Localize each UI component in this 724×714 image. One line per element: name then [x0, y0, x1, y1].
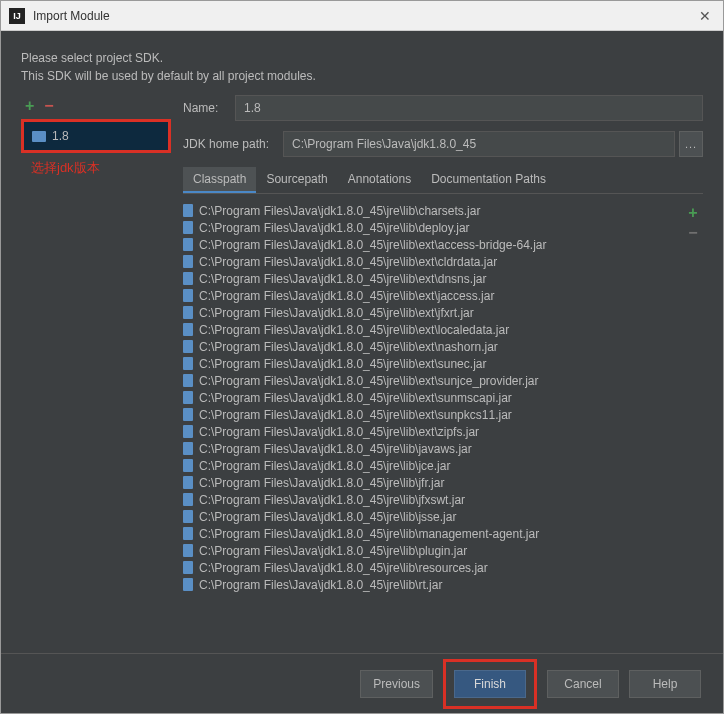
help-button[interactable]: Help: [629, 670, 701, 698]
cancel-button[interactable]: Cancel: [547, 670, 619, 698]
finish-highlight: Finish: [443, 659, 537, 709]
jar-path: C:\Program Files\Java\jdk1.8.0_45\jre\li…: [199, 493, 465, 507]
jar-path: C:\Program Files\Java\jdk1.8.0_45\jre\li…: [199, 544, 467, 558]
remove-sdk-icon[interactable]: −: [44, 97, 53, 115]
jar-path: C:\Program Files\Java\jdk1.8.0_45\jre\li…: [199, 357, 486, 371]
jar-icon: [183, 289, 193, 302]
jar-path: C:\Program Files\Java\jdk1.8.0_45\jre\li…: [199, 408, 512, 422]
jar-icon: [183, 544, 193, 557]
jar-path: C:\Program Files\Java\jdk1.8.0_45\jre\li…: [199, 425, 479, 439]
jar-icon: [183, 442, 193, 455]
intro-line1: Please select project SDK.: [21, 49, 703, 67]
list-item[interactable]: C:\Program Files\Java\jdk1.8.0_45\jre\li…: [183, 542, 683, 559]
jar-path: C:\Program Files\Java\jdk1.8.0_45\jre\li…: [199, 306, 474, 320]
list-item[interactable]: C:\Program Files\Java\jdk1.8.0_45\jre\li…: [183, 440, 683, 457]
tabs-row: ClasspathSourcepathAnnotationsDocumentat…: [183, 167, 703, 194]
sdk-sidebar: + − 1.8 选择jdk版本: [21, 95, 171, 653]
jar-icon: [183, 204, 193, 217]
jar-path: C:\Program Files\Java\jdk1.8.0_45\jre\li…: [199, 527, 539, 541]
list-item[interactable]: C:\Program Files\Java\jdk1.8.0_45\jre\li…: [183, 355, 683, 372]
jar-icon: [183, 510, 193, 523]
jar-path: C:\Program Files\Java\jdk1.8.0_45\jre\li…: [199, 221, 470, 235]
jar-icon: [183, 408, 193, 421]
jar-path: C:\Program Files\Java\jdk1.8.0_45\jre\li…: [199, 204, 480, 218]
sdk-item-label: 1.8: [52, 129, 69, 143]
list-item[interactable]: C:\Program Files\Java\jdk1.8.0_45\jre\li…: [183, 219, 683, 236]
list-item[interactable]: C:\Program Files\Java\jdk1.8.0_45\jre\li…: [183, 236, 683, 253]
jar-icon: [183, 272, 193, 285]
jar-icon: [183, 255, 193, 268]
list-item[interactable]: C:\Program Files\Java\jdk1.8.0_45\jre\li…: [183, 287, 683, 304]
jar-icon: [183, 476, 193, 489]
jdk-home-label: JDK home path:: [183, 137, 283, 151]
list-item[interactable]: C:\Program Files\Java\jdk1.8.0_45\jre\li…: [183, 372, 683, 389]
jar-icon: [183, 561, 193, 574]
list-item[interactable]: C:\Program Files\Java\jdk1.8.0_45\jre\li…: [183, 321, 683, 338]
jar-path: C:\Program Files\Java\jdk1.8.0_45\jre\li…: [199, 340, 498, 354]
list-item[interactable]: C:\Program Files\Java\jdk1.8.0_45\jre\li…: [183, 457, 683, 474]
sdk-list: 1.8: [21, 119, 171, 153]
name-label: Name:: [183, 101, 235, 115]
jar-path: C:\Program Files\Java\jdk1.8.0_45\jre\li…: [199, 272, 486, 286]
app-icon: IJ: [9, 8, 25, 24]
list-item[interactable]: C:\Program Files\Java\jdk1.8.0_45\jre\li…: [183, 304, 683, 321]
jar-path: C:\Program Files\Java\jdk1.8.0_45\jre\li…: [199, 510, 456, 524]
list-item[interactable]: C:\Program Files\Java\jdk1.8.0_45\jre\li…: [183, 406, 683, 423]
jar-icon: [183, 578, 193, 591]
list-item[interactable]: C:\Program Files\Java\jdk1.8.0_45\jre\li…: [183, 253, 683, 270]
annotation-text: 选择jdk版本: [31, 159, 171, 177]
jar-icon: [183, 527, 193, 540]
jar-icon: [183, 357, 193, 370]
classpath-list[interactable]: C:\Program Files\Java\jdk1.8.0_45\jre\li…: [183, 200, 683, 647]
list-item[interactable]: C:\Program Files\Java\jdk1.8.0_45\jre\li…: [183, 508, 683, 525]
remove-classpath-icon[interactable]: −: [683, 224, 703, 242]
jar-icon: [183, 306, 193, 319]
tab-sourcepath[interactable]: Sourcepath: [256, 167, 337, 193]
titlebar: IJ Import Module ✕: [1, 1, 723, 31]
tab-documentation-paths[interactable]: Documentation Paths: [421, 167, 556, 193]
jar-icon: [183, 221, 193, 234]
list-item[interactable]: C:\Program Files\Java\jdk1.8.0_45\jre\li…: [183, 389, 683, 406]
add-classpath-icon[interactable]: +: [683, 204, 703, 222]
name-input[interactable]: [235, 95, 703, 121]
list-item[interactable]: C:\Program Files\Java\jdk1.8.0_45\jre\li…: [183, 423, 683, 440]
list-item[interactable]: C:\Program Files\Java\jdk1.8.0_45\jre\li…: [183, 202, 683, 219]
list-item[interactable]: C:\Program Files\Java\jdk1.8.0_45\jre\li…: [183, 474, 683, 491]
add-sdk-icon[interactable]: +: [25, 97, 34, 115]
intro-text: Please select project SDK. This SDK will…: [21, 49, 703, 85]
jar-icon: [183, 340, 193, 353]
jar-icon: [183, 374, 193, 387]
intro-line2: This SDK will be used by default by all …: [21, 67, 703, 85]
list-item[interactable]: C:\Program Files\Java\jdk1.8.0_45\jre\li…: [183, 338, 683, 355]
jar-path: C:\Program Files\Java\jdk1.8.0_45\jre\li…: [199, 476, 444, 490]
list-item[interactable]: C:\Program Files\Java\jdk1.8.0_45\jre\li…: [183, 270, 683, 287]
jar-icon: [183, 391, 193, 404]
jar-path: C:\Program Files\Java\jdk1.8.0_45\jre\li…: [199, 323, 509, 337]
close-icon[interactable]: ✕: [695, 8, 715, 24]
jar-icon: [183, 493, 193, 506]
dialog-footer: Previous Finish Cancel Help: [1, 653, 723, 713]
jar-path: C:\Program Files\Java\jdk1.8.0_45\jre\li…: [199, 289, 494, 303]
tab-annotations[interactable]: Annotations: [338, 167, 421, 193]
jar-path: C:\Program Files\Java\jdk1.8.0_45\jre\li…: [199, 374, 539, 388]
finish-button[interactable]: Finish: [454, 670, 526, 698]
tab-classpath[interactable]: Classpath: [183, 167, 256, 193]
list-item[interactable]: C:\Program Files\Java\jdk1.8.0_45\jre\li…: [183, 491, 683, 508]
jar-path: C:\Program Files\Java\jdk1.8.0_45\jre\li…: [199, 255, 497, 269]
jdk-home-input[interactable]: [283, 131, 675, 157]
list-item[interactable]: C:\Program Files\Java\jdk1.8.0_45\jre\li…: [183, 525, 683, 542]
jar-path: C:\Program Files\Java\jdk1.8.0_45\jre\li…: [199, 561, 488, 575]
jar-path: C:\Program Files\Java\jdk1.8.0_45\jre\li…: [199, 578, 442, 592]
jar-icon: [183, 238, 193, 251]
list-item[interactable]: C:\Program Files\Java\jdk1.8.0_45\jre\li…: [183, 559, 683, 576]
jar-icon: [183, 323, 193, 336]
window-title: Import Module: [33, 9, 695, 23]
browse-button[interactable]: ...: [679, 131, 703, 157]
jar-icon: [183, 425, 193, 438]
jar-path: C:\Program Files\Java\jdk1.8.0_45\jre\li…: [199, 442, 472, 456]
sdk-item-selected[interactable]: 1.8: [24, 122, 168, 150]
jar-path: C:\Program Files\Java\jdk1.8.0_45\jre\li…: [199, 391, 512, 405]
previous-button[interactable]: Previous: [360, 670, 433, 698]
list-item[interactable]: C:\Program Files\Java\jdk1.8.0_45\jre\li…: [183, 576, 683, 593]
folder-icon: [32, 131, 46, 142]
